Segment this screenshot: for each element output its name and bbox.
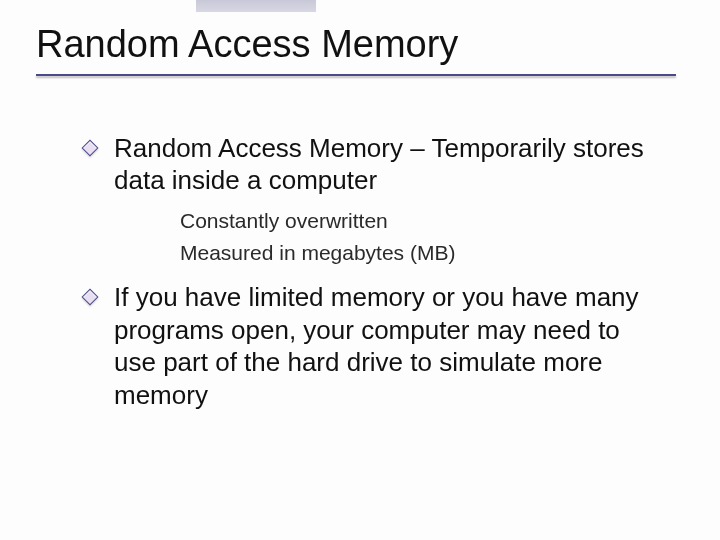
title-shadow-bar <box>196 0 316 12</box>
bullet-item: Random Access Memory – Temporarily store… <box>84 132 660 197</box>
diamond-bullet-icon <box>84 291 106 303</box>
title-block: Random Access Memory <box>36 24 684 76</box>
bullet-item: If you have limited memory or you have m… <box>84 281 660 411</box>
sub-bullet-group: Constantly overwritten Measured in megab… <box>84 207 660 268</box>
slide: Random Access Memory Random Access Memor… <box>0 0 720 540</box>
sub-bullet-item: Measured in megabytes (MB) <box>152 239 660 267</box>
bullet-text: Random Access Memory – Temporarily store… <box>114 132 660 197</box>
content-area: Random Access Memory – Temporarily store… <box>36 132 684 412</box>
sub-bullet-text: Constantly overwritten <box>180 207 388 235</box>
slide-title: Random Access Memory <box>36 24 684 72</box>
bullet-text: If you have limited memory or you have m… <box>114 281 660 411</box>
title-underline <box>36 74 676 76</box>
diamond-bullet-icon <box>84 142 106 154</box>
sub-bullet-item: Constantly overwritten <box>152 207 660 235</box>
sub-bullet-text: Measured in megabytes (MB) <box>180 239 455 267</box>
